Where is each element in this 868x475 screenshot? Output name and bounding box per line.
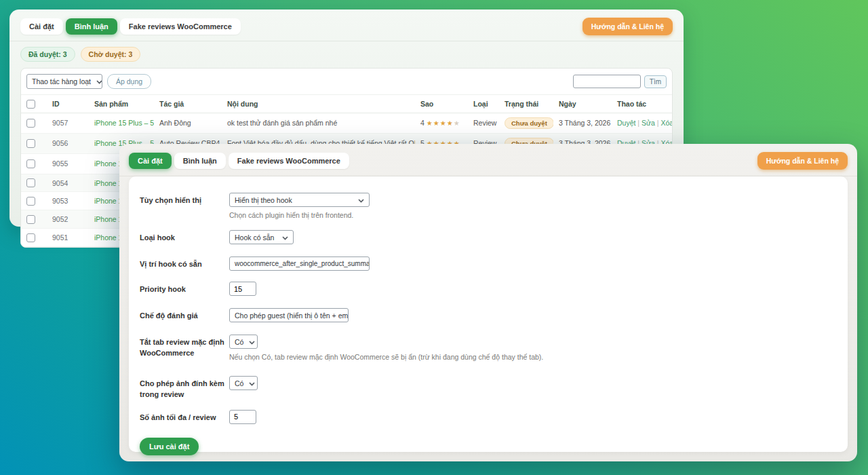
form-field: Vị trí hook có sẵn woocommerce_after_sin…	[140, 256, 837, 271]
row-checkbox[interactable]	[26, 197, 35, 206]
cell-status: Chưa duyệt	[499, 113, 553, 133]
cell-id: 9051	[47, 228, 89, 246]
cell-id: 9053	[47, 192, 89, 210]
field-help: Chọn cách plugin hiển thị trên frontend.	[229, 211, 370, 219]
comments-tab-bar: Cài đặtBình luậnFake reviews WooCommerce	[20, 18, 241, 35]
cell-id: 9056	[47, 133, 89, 153]
table-header-row: IDSản phẩmTác giảNội dungSaoLoạiTrạng th…	[21, 95, 672, 113]
tab-bình-luận[interactable]: Bình luận	[66, 18, 117, 35]
chevron-down-icon	[358, 196, 364, 204]
cell-actions: Duyệt | Sửa | Xóa	[612, 113, 672, 133]
column-header-id: ID	[47, 95, 89, 113]
form-field: Loại hook Hook có sẵn	[140, 230, 837, 244]
star-filled-icon: ★	[433, 119, 440, 127]
form-field: Số ảnh tối đa / review	[140, 410, 837, 424]
cell-id: 9055	[47, 153, 89, 174]
chevron-down-icon	[249, 338, 255, 346]
cell-type: Review	[468, 113, 499, 133]
field-label: Vị trí hook có sẵn	[140, 256, 229, 271]
settings-tab-bar: Cài đặtBình luậnFake reviews WooCommerce	[129, 153, 349, 169]
cell-rating: 4★★★★★	[415, 113, 468, 133]
field-select-tùy-chọn-hiển-thị[interactable]: Hiển thị theo hook	[229, 193, 370, 207]
column-header-loại: Loại	[468, 95, 499, 113]
tab-fake-reviews-woocommerce[interactable]: Fake reviews WooCommerce	[120, 18, 241, 35]
product-link[interactable]: iPhone 15 Plus – 512 GB	[94, 119, 154, 127]
column-header-thao-tác: Thao tác	[612, 95, 672, 113]
chevron-down-icon	[282, 233, 288, 242]
field-help: Nếu chọn Có, tab review mặc định WooComm…	[229, 353, 543, 361]
cell-author: Anh Đông	[154, 113, 222, 133]
field-label: Cho phép ảnh đính kèm trong review	[140, 376, 229, 400]
select-value: Có	[235, 379, 243, 387]
form-field: Cho phép ảnh đính kèm trong review Có	[140, 376, 837, 400]
row-checkbox[interactable]	[26, 119, 35, 128]
field-select-cho-phép-ảnh-đính-kèm-trong-review[interactable]: Có	[229, 376, 258, 390]
field-label: Priority hook	[140, 282, 229, 296]
field-label: Số ảnh tối đa / review	[140, 410, 229, 424]
column-header-trạng-thái: Trạng thái	[499, 95, 553, 113]
table-row: 9057 iPhone 15 Plus – 512 GB Anh Đông ok…	[21, 113, 672, 133]
select-value: Cho phép guest (hiển thị ô tên + email)	[235, 311, 349, 320]
chevron-down-icon	[96, 77, 102, 86]
row-checkbox[interactable]	[26, 215, 35, 224]
field-label: Tắt tab review mặc định WooCommerce	[140, 335, 229, 361]
field-select-loại-hook[interactable]: Hook có sẵn	[229, 230, 294, 244]
settings-form-card: Tùy chọn hiển thị Hiển thị theo hook Chọ…	[129, 176, 848, 452]
row-checkbox[interactable]	[26, 233, 35, 242]
bulk-action-value: Thao tác hàng loạt	[32, 77, 91, 86]
help-contact-button[interactable]: Hướng dẫn & Liên hệ	[757, 152, 848, 170]
row-action-duyệt[interactable]: Duyệt	[617, 119, 635, 127]
field-select-chế-độ-đánh-giá[interactable]: Cho phép guest (hiển thị ô tên + email)	[229, 308, 349, 322]
column-header-sản-phẩm: Sản phẩm	[89, 95, 154, 113]
column-header-nội-dung: Nội dung	[222, 95, 415, 113]
tab-cài-đặt[interactable]: Cài đặt	[20, 18, 63, 35]
bulk-action-select[interactable]: Thao tác hàng loạt	[26, 74, 102, 89]
field-select-tắt-tab-review-mặc-định-woocommerce[interactable]: Có	[229, 335, 258, 349]
field-select-vị-trí-hook-có-sẵn[interactable]: woocommerce_after_single_product_summary	[229, 256, 370, 271]
row-checkbox[interactable]	[26, 159, 35, 168]
status-badge: Chưa duyệt	[505, 117, 553, 129]
comments-panel-header: Cài đặtBình luậnFake reviews WooCommerce…	[9, 10, 684, 41]
field-input-priority-hook[interactable]	[229, 282, 256, 296]
star-filled-icon: ★	[440, 119, 447, 127]
form-field: Priority hook	[140, 282, 837, 296]
apply-button[interactable]: Áp dụng	[107, 74, 151, 89]
settings-panel-header: Cài đặtBình luậnFake reviews WooCommerce…	[119, 144, 857, 176]
tab-cài-đặt[interactable]: Cài đặt	[129, 153, 172, 169]
settings-panel: Cài đặtBình luậnFake reviews WooCommerce…	[119, 144, 857, 461]
form-field: Tắt tab review mặc định WooCommerce Có N…	[140, 335, 837, 361]
field-label: Chế độ đánh giá	[140, 308, 229, 322]
field-label: Loại hook	[140, 230, 229, 244]
form-field: Tùy chọn hiển thị Hiển thị theo hook Chọ…	[140, 193, 837, 219]
select-value: Hook có sẵn	[235, 233, 274, 242]
select-all-checkbox[interactable]	[26, 100, 35, 109]
cell-date: 3 Tháng 3, 2026	[553, 113, 612, 133]
row-checkbox[interactable]	[26, 178, 35, 187]
row-action-xóa[interactable]: Xóa	[660, 119, 672, 127]
cell-id: 9057	[47, 113, 89, 133]
select-value: woocommerce_after_single_product_summary	[235, 260, 370, 267]
tab-fake-reviews-woocommerce[interactable]: Fake reviews WooCommerce	[229, 153, 349, 169]
column-header-ngày: Ngày	[553, 95, 612, 113]
tab-bình-luận[interactable]: Bình luận	[174, 153, 226, 169]
cell-content: ok test thử đánh giá sản phẩm nhé	[222, 113, 415, 133]
status-filter-pending[interactable]: Chờ duyệt: 3	[81, 47, 141, 62]
comments-toolbar: Thao tác hàng loạt Áp dụng Tìm	[21, 69, 672, 94]
star-filled-icon: ★	[447, 119, 454, 127]
row-checkbox[interactable]	[26, 139, 35, 148]
row-action-sửa[interactable]: Sửa	[642, 119, 655, 127]
select-value: Có	[235, 338, 243, 346]
field-input-số-ảnh-tối-đa-review[interactable]	[229, 410, 256, 424]
status-filters: Đã duyệt: 3Chờ duyệt: 3	[9, 41, 684, 66]
search-input[interactable]	[573, 75, 641, 88]
chevron-down-icon	[249, 379, 255, 387]
settings-form: Tùy chọn hiển thị Hiển thị theo hook Chọ…	[140, 193, 837, 424]
help-contact-button[interactable]: Hướng dẫn & Liên hệ	[583, 18, 673, 35]
status-filter-approved[interactable]: Đã duyệt: 3	[20, 47, 75, 62]
search-button[interactable]: Tìm	[644, 75, 667, 88]
star-empty-icon: ★	[454, 119, 460, 127]
form-field: Chế độ đánh giá Cho phép guest (hiển thị…	[140, 308, 837, 322]
column-header-tác-giả: Tác giả	[154, 95, 222, 113]
column-header-sao: Sao	[415, 95, 468, 113]
save-settings-button[interactable]: Lưu cài đặt	[140, 438, 199, 455]
